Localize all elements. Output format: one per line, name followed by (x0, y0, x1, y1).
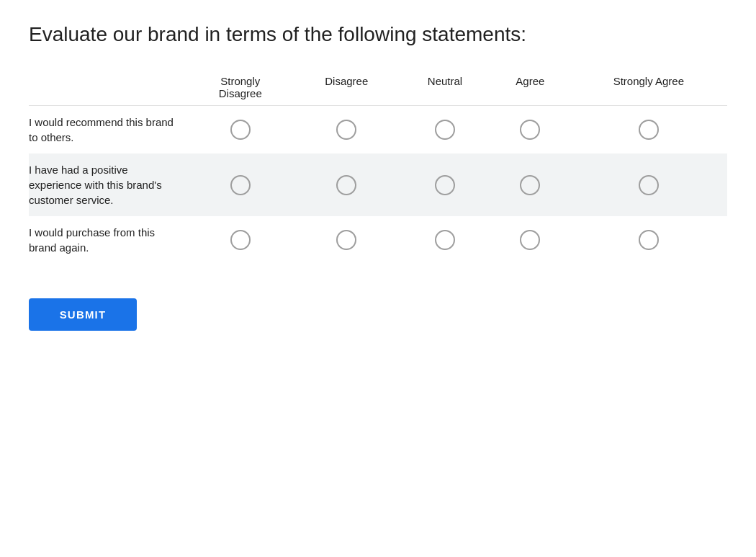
submit-button[interactable]: SUBMIT (29, 298, 137, 331)
row1-agree-cell (490, 106, 570, 154)
row3-neutral-radio[interactable] (435, 230, 455, 250)
row1-agree-radio[interactable] (520, 120, 540, 140)
row3-agree-cell (490, 216, 570, 264)
row2-neutral-cell (400, 153, 490, 216)
row1-strongly-disagree-radio[interactable] (230, 120, 251, 140)
row1-strongly-agree-cell (570, 106, 727, 154)
col-header-agree: Agree (490, 66, 570, 106)
col-header-neutral: Neutral (400, 66, 490, 106)
row2-disagree-radio[interactable] (336, 175, 356, 195)
row1-disagree-radio[interactable] (336, 120, 356, 140)
table-row: I would purchase from this brand again. (29, 216, 727, 264)
row1-neutral-cell (400, 106, 490, 154)
row1-strongly-disagree-cell (187, 106, 294, 154)
row2-label: I have had a positive experience with th… (29, 153, 187, 216)
row1-label: I would recommend this brand to others. (29, 106, 187, 154)
table-row: I have had a positive experience with th… (29, 153, 727, 216)
row2-agree-cell (490, 153, 570, 216)
row3-strongly-disagree-cell (187, 216, 294, 264)
row2-neutral-radio[interactable] (435, 175, 455, 195)
row3-disagree-cell (294, 216, 400, 264)
row1-strongly-agree-radio[interactable] (639, 120, 659, 140)
row2-strongly-agree-radio[interactable] (639, 175, 659, 195)
col-header-strongly-disagree: StronglyDisagree (187, 66, 294, 106)
row2-agree-radio[interactable] (520, 175, 540, 195)
col-header-disagree: Disagree (294, 66, 400, 106)
row2-strongly-agree-cell (570, 153, 727, 216)
table-row: I would recommend this brand to others. (29, 106, 727, 154)
row2-strongly-disagree-cell (187, 153, 294, 216)
row1-disagree-cell (294, 106, 400, 154)
col-header-strongly-agree: Strongly Agree (570, 66, 727, 106)
survey-table: StronglyDisagree Disagree Neutral Agree … (29, 66, 727, 264)
row3-neutral-cell (400, 216, 490, 264)
row3-strongly-agree-radio[interactable] (639, 230, 659, 250)
row3-strongly-agree-cell (570, 216, 727, 264)
row2-strongly-disagree-radio[interactable] (230, 175, 251, 195)
row3-disagree-radio[interactable] (336, 230, 356, 250)
row3-agree-radio[interactable] (520, 230, 540, 250)
row3-label: I would purchase from this brand again. (29, 216, 187, 264)
row2-disagree-cell (294, 153, 400, 216)
page-title: Evaluate our brand in terms of the follo… (29, 23, 727, 46)
row-label-header (29, 66, 187, 106)
row1-neutral-radio[interactable] (435, 120, 455, 140)
row3-strongly-disagree-radio[interactable] (230, 230, 251, 250)
